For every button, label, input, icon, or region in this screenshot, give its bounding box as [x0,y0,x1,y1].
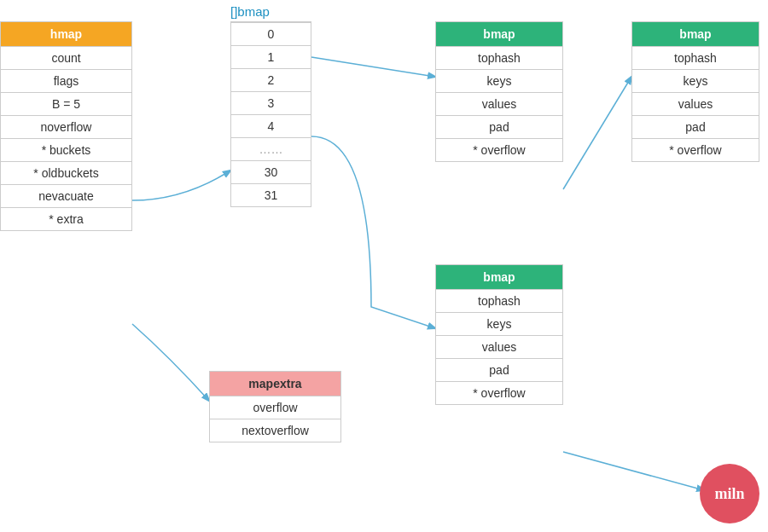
mapextra-header: mapextra [210,372,340,396]
logo-text: miln [714,485,744,503]
array-entry-0: 0 [231,22,311,45]
bmap-array-box: 0 1 2 3 4 …… 30 31 [230,21,311,207]
mapextra-overflow: overflow [210,396,340,419]
hmap-field-oldbuckets: * oldbuckets [1,161,131,184]
array-entry-30: 30 [231,160,311,183]
bmap2-keys: keys [632,69,759,92]
array-entry-2: 2 [231,68,311,91]
bmap1-values: values [436,92,562,115]
mapextra-box: mapextra overflow nextoverflow [209,371,341,442]
array-entry-1: 1 [231,45,311,68]
logo-circle: miln [700,464,759,523]
bmap-box-3: bmap tophash keys values pad * overflow [435,264,563,405]
bmap1-pad: pad [436,115,562,138]
bmap3-values: values [436,335,562,358]
bmap2-tophash: tophash [632,46,759,69]
bmap3-keys: keys [436,312,562,335]
bmap3-header: bmap [436,265,562,289]
hmap-field-nevacuate: nevacuate [1,184,131,207]
hmap-header: hmap [1,22,131,46]
bmap-box-2: bmap tophash keys values pad * overflow [631,21,759,162]
bmap2-pad: pad [632,115,759,138]
hmap-field-noverflow: noverflow [1,115,131,138]
diagram-container: hmap count flags B = 5 noverflow * bucke… [0,0,768,532]
hmap-field-extra: * extra [1,207,131,230]
bmap2-values: values [632,92,759,115]
bmap3-pad: pad [436,358,562,381]
mapextra-nextoverflow: nextoverflow [210,419,340,442]
hmap-field-flags: flags [1,69,131,92]
bmap1-header: bmap [436,22,562,46]
bmap-array-label: []bmap [230,4,270,19]
array-entry-3: 3 [231,91,311,114]
array-entry-dots: …… [231,137,311,160]
bmap3-overflow: * overflow [436,381,562,404]
bmap-box-1: bmap tophash keys values pad * overflow [435,21,563,162]
array-entry-4: 4 [231,114,311,137]
hmap-field-buckets: * buckets [1,138,131,161]
bmap2-overflow: * overflow [632,138,759,161]
bmap1-keys: keys [436,69,562,92]
bmap2-header: bmap [632,22,759,46]
bmap1-overflow: * overflow [436,138,562,161]
hmap-field-count: count [1,46,131,69]
array-entry-31: 31 [231,183,311,206]
bmap3-tophash: tophash [436,289,562,312]
hmap-field-b: B = 5 [1,92,131,115]
bmap1-tophash: tophash [436,46,562,69]
hmap-box: hmap count flags B = 5 noverflow * bucke… [0,21,132,231]
